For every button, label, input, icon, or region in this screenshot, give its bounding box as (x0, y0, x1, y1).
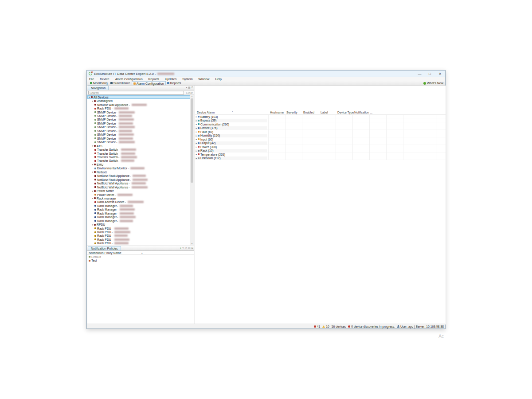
menu-system[interactable]: System (180, 78, 195, 81)
transfer-switch-icon (94, 156, 96, 158)
delete-policy-icon[interactable]: ✕ (185, 247, 188, 250)
menu-reports[interactable]: Reports (146, 78, 162, 81)
tree-item-emu[interactable]: ▾EMU (87, 163, 190, 166)
maximize-view-icon[interactable]: ⊡ (191, 247, 193, 250)
policy-name-column-header[interactable]: Notification Policy Name ▴ (87, 251, 194, 255)
tree-item-snmp-device[interactable]: SNMP Device- (87, 133, 190, 137)
tree-item-snmp-device[interactable]: SNMP Device- (87, 129, 190, 133)
alarm-row-rack-10[interactable]: ▸Rack (10) (195, 149, 446, 153)
tree-item-rack-manager[interactable]: Rack Manager- (87, 204, 190, 207)
tree-item-unassigned[interactable]: ▾Unassigned (87, 99, 190, 102)
navigation-clear-button[interactable]: Clear (186, 91, 193, 94)
alarm-rows: ▸Battery (103)▸Bypass (39)▸Communication… (195, 115, 446, 160)
tree-item-transfer-switch[interactable]: Transfer Switch- (87, 155, 190, 159)
maximize-view-icon[interactable]: ⊡ (191, 86, 193, 89)
menu-window[interactable]: Window (196, 78, 212, 81)
tab-alarm-configuration[interactable]: Alarm Configuration (132, 81, 166, 85)
tree-item-power-meter[interactable]: Power Meter- (87, 193, 190, 196)
column-header-device-alarm[interactable]: Device Alarm (197, 111, 215, 114)
tree-item-rack-manager[interactable]: Rack Manager- (87, 215, 190, 219)
tree-scrollbar[interactable]: ▲ ▼ (190, 95, 194, 245)
tree-item-snmp-device[interactable]: SNMP Device- (87, 110, 190, 114)
column-header-hostname[interactable]: Hostname (270, 111, 284, 114)
tree-item-environmental-monitor[interactable]: Environmental Monitor- (87, 167, 190, 170)
tree-item-snmp-device[interactable]: SNMP Device- (87, 114, 190, 117)
tree-item-transfer-switch[interactable]: Transfer Switch- (87, 159, 190, 163)
maximize-button[interactable]: □ (425, 70, 435, 77)
alarm-row-device-176[interactable]: ▸Device (176) (195, 126, 446, 130)
scroll-up-icon[interactable]: ▲ (190, 95, 194, 98)
tree-item-transfer-switch[interactable]: Transfer Switch- (87, 148, 190, 151)
tree-item-snmp-device[interactable]: SNMP Device- (87, 118, 190, 121)
tab-surveillance[interactable]: Surveillance (109, 81, 132, 85)
menu-file[interactable]: File (87, 78, 96, 81)
tree-item-rack-pdu[interactable]: Rack PDU- (87, 238, 190, 241)
alarm-row-output-42[interactable]: ▸Output (42) (195, 141, 446, 145)
minimize-button[interactable]: — (415, 70, 425, 77)
add-policy-icon[interactable]: + (180, 247, 181, 250)
menu-updates[interactable]: Updates (163, 78, 179, 81)
whats-new-icon (423, 82, 426, 85)
discovery-icon (348, 325, 350, 328)
column-header-severity[interactable]: Severity (286, 111, 297, 114)
tree-item-rack-access-device[interactable]: Rack Access Device- (87, 200, 190, 204)
scrollbar-thumb[interactable] (191, 98, 193, 183)
tree-item-rack-manager[interactable]: Rack Manager- (87, 219, 190, 223)
alarm-row-humidity-150[interactable]: ▸Humidity (150) (195, 134, 446, 138)
tree-item-power-meter[interactable]: ▾Power Meter (87, 189, 190, 192)
view-menu-icon[interactable]: ▤ (188, 247, 190, 250)
alarm-row-power-300[interactable]: ▸Power (300) (195, 145, 446, 149)
column-header-device-type[interactable]: Device Type (337, 111, 354, 114)
navigation-view-tab[interactable]: Navigation (88, 86, 109, 90)
view-menu-icon[interactable]: ▾ (186, 86, 187, 89)
alarm-row-fault-69[interactable]: ▸Fault (69) (195, 130, 446, 134)
edit-policy-icon[interactable]: ✎ (182, 247, 184, 250)
notification-policies-view-tab[interactable]: Notification Policies (88, 246, 121, 250)
tree-item-netbotz-wall-appliance[interactable]: NetBotz Wall Appliance- (87, 185, 190, 189)
tree-item-rack-manager[interactable]: Rack Manager- (87, 208, 190, 211)
column-header-enabled[interactable]: Enabled (303, 111, 314, 114)
policy-row-test[interactable]: Test (87, 259, 194, 263)
menu-help[interactable]: Help (213, 78, 223, 81)
tree-item-rack-manager[interactable]: ▾Rack manager (87, 196, 190, 200)
dash: - (118, 148, 119, 151)
tab-reports[interactable]: Reports (166, 81, 183, 85)
tree-item-rack-pdu[interactable]: Rack PDU- (87, 242, 190, 245)
tree-item-all-devices[interactable]: ▾All Devices (87, 95, 190, 99)
tree-item-rack-pdu[interactable]: Rack PDU- (87, 227, 190, 230)
tree-item-rack-pdu[interactable]: Rack PDU- (87, 106, 190, 110)
tree-item-netbotz[interactable]: ▾Netbotz (87, 170, 190, 174)
minimize-view-icon[interactable]: ▤ (188, 86, 190, 89)
alarm-row-bypass-39[interactable]: ▸Bypass (39) (195, 119, 446, 123)
tree-item-rpdu[interactable]: ▾RPDU (87, 223, 190, 226)
menu-alarm-configuration[interactable]: Alarm Configuration (113, 78, 145, 81)
navigation-search-input[interactable] (88, 91, 184, 94)
tree-item-netbotz-rack-appliance[interactable]: NetBotz Rack Appliance- (87, 178, 190, 181)
tree-item-rack-pdu[interactable]: Rack PDU- (87, 230, 190, 234)
tree-item-snmp-device[interactable]: SNMP Device- (87, 137, 190, 140)
alarm-row-communication-260[interactable]: ▸Communication (260) (195, 122, 446, 126)
tree-item-rack-manager[interactable]: Rack Manager- (87, 211, 190, 215)
tab-monitoring[interactable]: Monitoring (89, 81, 109, 85)
tree-item-netbotz-wall-appliance[interactable]: NetBotz Wall Appliance- (87, 103, 190, 106)
tree-item-netbotz-rack-appliance[interactable]: NetBotz Rack Appliance- (87, 174, 190, 178)
close-button[interactable]: ✕ (435, 70, 445, 77)
tree-item-netbotz-wall-appliance[interactable]: NetBotz Wall Appliance- (87, 181, 190, 185)
alarm-row-input-60[interactable]: ▸Input (60) (195, 137, 446, 141)
menu-device[interactable]: Device (98, 78, 111, 81)
tree-item-snmp-device[interactable]: SNMP Device- (87, 140, 190, 144)
alarm-row-unknown-112[interactable]: ▸Unknown (112) (195, 156, 446, 160)
whats-new-link[interactable]: What's New (423, 82, 443, 85)
column-header-label[interactable]: Label (321, 111, 328, 114)
tree-item-transfer-switch[interactable]: Transfer Switch- (87, 152, 190, 155)
column-header-notification[interactable]: Notification ... (354, 111, 372, 114)
tree-item-ats[interactable]: ▾ATS (87, 144, 190, 148)
tree-item-snmp-device[interactable]: SNMP Device- (87, 125, 190, 129)
policy-row-default[interactable]: Default (87, 255, 194, 259)
tree-item-rack-pdu[interactable]: Rack PDU- (87, 234, 190, 238)
tree-item-snmp-device[interactable]: SNMP Device- (87, 121, 190, 125)
scroll-down-icon[interactable]: ▼ (190, 243, 194, 245)
alarm-row-temperature-265[interactable]: ▸Temperature (265) (195, 153, 446, 156)
alarm-row-battery-103[interactable]: ▸Battery (103) (195, 115, 446, 119)
redacted-ip (132, 104, 147, 106)
